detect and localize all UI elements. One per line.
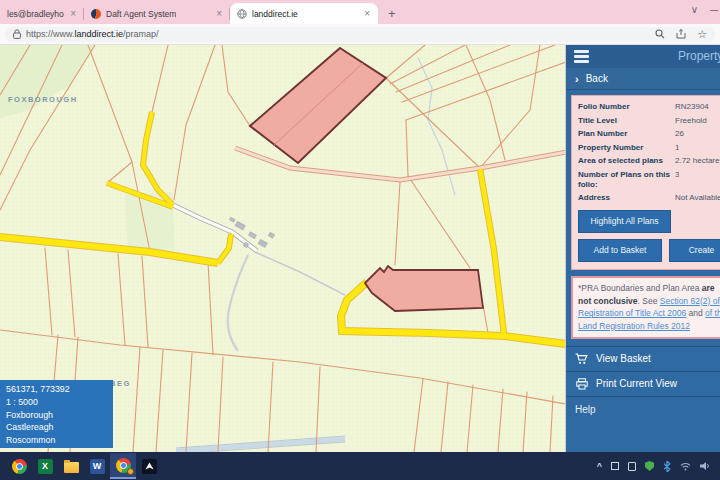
create-button[interactable]: Create [669,239,720,262]
tab-title: landdirect.ie [252,9,298,19]
taskbar-file-explorer-button[interactable] [58,453,84,479]
usb-icon[interactable] [628,462,636,471]
property-map[interactable]: FOXBOROUGH BEG 561371, 773392 1 : 5000 F… [0,45,566,452]
lock-badge-icon [127,468,134,475]
close-icon[interactable]: × [215,9,223,19]
tab-daft-agent-system[interactable]: Daft Agent System × [84,4,230,24]
cart-icon [575,353,588,365]
map-info-overlay: 561371, 773392 1 : 5000 Foxborough Castl… [0,380,113,448]
back-button[interactable]: › Back [566,68,720,90]
help-item[interactable]: Help [566,397,720,422]
taskbar-app-button[interactable] [136,453,162,479]
taskbar-chrome-button[interactable] [6,453,32,479]
tab-strip: les@bradleyhomes.ie × Daft Agent System … [0,0,720,24]
field-row: Title LevelFreehold [578,116,720,126]
tray-chevron-up-icon[interactable]: ^ [597,461,602,471]
windows-taskbar: X W ^ [0,452,720,480]
bookmark-star-icon[interactable]: ☆ [697,28,707,41]
file-explorer-icon [64,462,79,473]
overlay-coordinates: 561371, 773392 [6,383,107,396]
printer-icon [575,378,588,390]
share-icon[interactable] [676,29,686,39]
folio-info-card: Folio NumberRN23904 Title LevelFreehold … [571,95,720,270]
tab-search-chevron-icon[interactable]: ∨ [691,4,698,15]
overlay-barony: Castlereagh [6,421,107,434]
system-tray: ^ [597,461,714,472]
taskbar-word-button[interactable]: W [84,453,110,479]
zoom-icon[interactable] [655,29,665,39]
menu-hamburger-icon[interactable] [574,50,589,63]
dark-app-icon [142,459,157,474]
field-row: Plan Number26 [578,129,720,139]
overlay-county: Roscommon [6,434,107,447]
field-row: Folio NumberRN23904 [578,102,720,112]
word-icon: W [90,459,105,474]
daft-favicon-icon [91,9,101,19]
defender-shield-icon[interactable] [645,461,654,471]
panel-header: Property [566,45,720,68]
field-row: Number of Plans on this folio:3 [578,170,720,189]
taskbar-excel-button[interactable]: X [32,453,58,479]
minimize-button[interactable]: — [710,4,718,15]
tray-app-icon[interactable] [611,462,619,470]
field-row: AddressNot Available [578,193,720,203]
overlay-townland: Foxborough [6,409,107,422]
townland-label: FOXBOROUGH [8,95,78,104]
townland-label-partial: BEG [110,379,131,388]
add-to-basket-button[interactable]: Add to Basket [578,239,662,262]
volume-icon[interactable] [700,461,710,471]
taskbar-chrome-active-button[interactable] [110,453,136,479]
highlight-all-plans-button[interactable]: Highlight All Plans [578,210,671,233]
bluetooth-icon[interactable] [663,461,671,472]
chevron-right-icon: › [575,73,579,85]
browser-toolbar: https://www.landdirect.ie/pramap/ ☆ [0,24,720,45]
address-bar[interactable]: https://www.landdirect.ie/pramap/ ☆ [5,27,715,42]
field-row: Property Number1 [578,143,720,153]
panel-title: Property [678,49,720,63]
tab-title: les@bradleyhomes.ie [7,9,64,19]
tab-landdirect[interactable]: landdirect.ie × [230,3,378,24]
tab-title: Daft Agent System [106,9,176,19]
panel-menu: View Basket Print Current View Help [566,346,720,422]
new-tab-button[interactable]: + [378,6,406,24]
tab-bradleyhomes[interactable]: les@bradleyhomes.ie × [0,4,84,24]
close-icon[interactable]: × [69,9,77,19]
property-panel: Property › Back Folio NumberRN23904 Titl… [566,45,720,452]
wifi-icon[interactable] [680,462,691,471]
chrome-icon [12,459,27,474]
back-label: Back [586,73,608,84]
view-basket-item[interactable]: View Basket [566,347,720,372]
browser-window: les@bradleyhomes.ie × Daft Agent System … [0,0,720,480]
print-current-view-item[interactable]: Print Current View [566,372,720,397]
url-text: https://www.landdirect.ie/pramap/ [26,29,650,39]
globe-favicon-icon [237,9,247,19]
field-row: Area of selected plans2.72 hectares [578,156,720,166]
close-icon[interactable]: × [363,9,371,19]
lock-icon [13,29,21,39]
excel-icon: X [38,459,53,474]
pra-disclaimer-note: *PRA Boundaries and Plan Area are not co… [571,276,720,339]
overlay-scale: 1 : 5000 [6,396,107,409]
